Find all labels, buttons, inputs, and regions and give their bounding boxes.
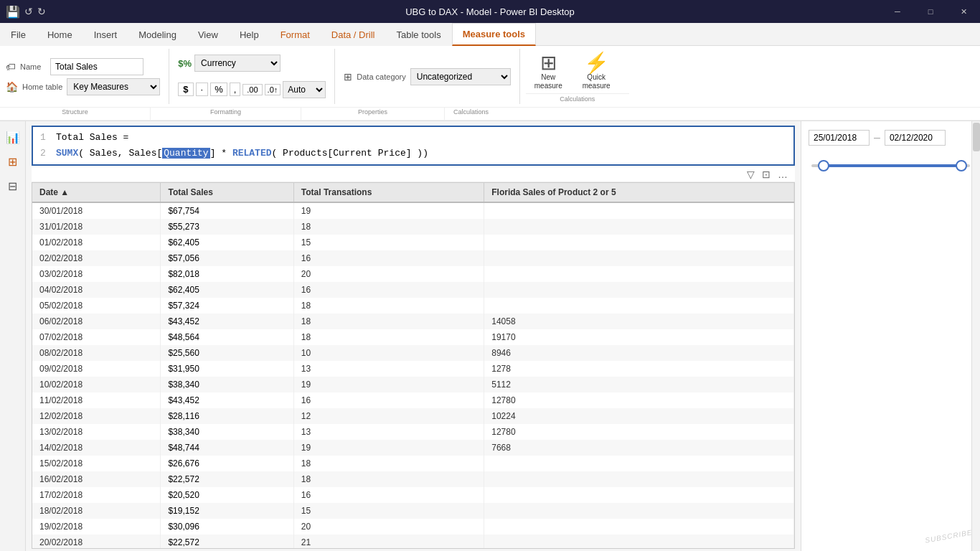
col-header-totalsales[interactable]: Total Sales <box>161 183 293 202</box>
expand-icon[interactable]: ⊡ <box>762 169 771 180</box>
table-row[interactable]: 06/02/2018$43,4521814058 <box>32 314 794 329</box>
tab-help[interactable]: Help <box>229 23 270 46</box>
filter-icon[interactable]: ▽ <box>747 169 755 180</box>
table-row[interactable]: 02/02/2018$57,05616 <box>32 250 794 266</box>
percent-button[interactable]: % <box>210 83 227 96</box>
tab-measuretools[interactable]: Measure tools <box>452 23 536 46</box>
table-row[interactable]: 18/02/2018$19,15215 <box>32 503 794 519</box>
col-header-transactions[interactable]: Total Transations <box>293 183 484 202</box>
close-button[interactable]: ✕ <box>947 0 980 23</box>
table-cell: 5112 <box>484 377 794 392</box>
tab-format[interactable]: Format <box>270 23 321 46</box>
table-row[interactable]: 31/01/2018$55,27318 <box>32 219 794 235</box>
sidebar: 📊 ⊞ ⊟ <box>0 121 26 551</box>
table-cell <box>484 487 794 503</box>
slider-fill <box>819 164 965 167</box>
name-input[interactable] <box>50 58 143 75</box>
table-row[interactable]: 14/02/2018$48,744197668 <box>32 440 794 456</box>
table-cell: 12780 <box>484 424 794 440</box>
table-row[interactable]: 10/02/2018$38,340195112 <box>32 377 794 392</box>
table-row[interactable]: 08/02/2018$25,560108946 <box>32 345 794 361</box>
table-cell: $82,018 <box>161 266 293 282</box>
table-cell: $28,116 <box>161 408 293 424</box>
scrollbar-thumb[interactable] <box>973 123 980 151</box>
table-cell <box>484 235 794 250</box>
table-cell <box>484 534 794 549</box>
table-row[interactable]: 15/02/2018$26,67618 <box>32 456 794 471</box>
table-cell <box>484 282 794 298</box>
data-category-select[interactable]: Uncategorized Address City Country Latit… <box>410 68 511 85</box>
auto-select[interactable]: Auto 0 0.0 0.00 <box>283 81 326 98</box>
table-row[interactable]: 04/02/2018$62,40516 <box>32 282 794 298</box>
tab-modeling[interactable]: Modeling <box>128 23 187 46</box>
table-row[interactable]: 03/02/2018$82,01820 <box>32 266 794 282</box>
sidebar-item-report[interactable]: 📊 <box>3 127 23 147</box>
table-row[interactable]: 16/02/2018$22,57218 <box>32 471 794 487</box>
more-options-icon[interactable]: … <box>778 169 788 180</box>
table-cell: 04/02/2018 <box>32 282 161 298</box>
table-cell: $57,324 <box>161 298 293 314</box>
hash-button[interactable]: .00 <box>242 84 262 95</box>
table-row[interactable]: 05/02/2018$57,32418 <box>32 298 794 314</box>
undo-icon[interactable]: ↺ <box>24 6 33 17</box>
sidebar-item-data[interactable]: ⊞ <box>3 151 23 171</box>
table-cell <box>484 202 794 219</box>
tab-datadrill[interactable]: Data / Drill <box>321 23 386 46</box>
scrollbar-track[interactable] <box>971 121 980 551</box>
table-row[interactable]: 09/02/2018$31,950131278 <box>32 361 794 377</box>
table-row[interactable]: 01/02/2018$62,40515 <box>32 235 794 250</box>
start-date-input[interactable] <box>809 130 870 146</box>
table-row[interactable]: 12/02/2018$28,1161210224 <box>32 408 794 424</box>
tab-insert[interactable]: Insert <box>83 23 128 46</box>
table-row[interactable]: 07/02/2018$48,5641819170 <box>32 329 794 345</box>
increase-decimal-button[interactable]: .0↑ <box>265 84 281 95</box>
table-cell: 06/02/2018 <box>32 314 161 329</box>
table-cell: $43,452 <box>161 314 293 329</box>
table-cell: 05/02/2018 <box>32 298 161 314</box>
tab-view[interactable]: View <box>187 23 229 46</box>
table-row[interactable]: 30/01/2018$67,75419 <box>32 202 794 219</box>
slider-handle-left[interactable] <box>818 160 829 171</box>
table-actions-bar: ▽ ⊡ … <box>32 167 795 182</box>
tab-home[interactable]: Home <box>37 23 83 46</box>
table-row[interactable]: 19/02/2018$30,09620 <box>32 519 794 534</box>
save-icon[interactable]: 💾 <box>6 5 20 19</box>
formula-bar-container: ✕ ✓ 1 Total Sales = 2 SUMX( Sales, Sales… <box>32 126 795 166</box>
redo-icon[interactable]: ↻ <box>37 6 46 17</box>
new-measure-button[interactable]: ⊞ Newmeasure <box>526 50 571 93</box>
formula-line2: 2 SUMX( Sales, Sales[Quantity] * RELATED… <box>40 146 786 161</box>
comma-button[interactable]: , <box>230 83 241 96</box>
table-cell: 03/02/2018 <box>32 266 161 282</box>
col-header-florida[interactable]: Florida Sales of Product 2 or 5 <box>484 183 794 202</box>
table-cell: $48,564 <box>161 329 293 345</box>
table-cell: 19/02/2018 <box>32 519 161 534</box>
window-title: UBG to DAX - Model - Power BI Desktop <box>405 6 575 17</box>
table-cell: 16/02/2018 <box>32 471 161 487</box>
table-cell: $57,056 <box>161 250 293 266</box>
sidebar-item-model[interactable]: ⊟ <box>3 176 23 196</box>
slider-handle-right[interactable] <box>956 160 967 171</box>
tab-tabletools[interactable]: Table tools <box>385 23 451 46</box>
end-date-input[interactable] <box>885 130 946 146</box>
table-row[interactable]: 17/02/2018$20,52016 <box>32 487 794 503</box>
report-icon: 📊 <box>6 131 20 144</box>
table-cell: 14058 <box>484 314 794 329</box>
col-header-date[interactable]: Date ▲ <box>32 183 161 202</box>
new-measure-icon: ⊞ <box>540 53 557 73</box>
maximize-button[interactable]: □ <box>914 0 947 23</box>
quick-measure-button[interactable]: ⚡ Quickmeasure <box>574 50 619 93</box>
subscribe-watermark: SUBSCRIBE <box>925 528 974 544</box>
dollar-sign-button[interactable]: $ <box>178 83 193 96</box>
currency-select[interactable]: Currency Decimal Number Whole Number Per… <box>194 55 281 72</box>
dot-button[interactable]: · <box>196 83 209 96</box>
minimize-button[interactable]: ─ <box>881 0 914 23</box>
table-cell: 02/02/2018 <box>32 250 161 266</box>
table-cell <box>484 471 794 487</box>
tab-file[interactable]: File <box>0 23 37 46</box>
data-table-container[interactable]: Date ▲ Total Sales Total Transations Flo… <box>32 182 795 549</box>
home-table-select[interactable]: Key Measures Sales Products Date <box>67 78 160 95</box>
name-group: 🏷 Name 🏠 Home table Key Measures Sales P… <box>6 49 169 104</box>
table-row[interactable]: 11/02/2018$43,4521612780 <box>32 392 794 408</box>
table-row[interactable]: 13/02/2018$38,3401312780 <box>32 424 794 440</box>
table-row[interactable]: 20/02/2018$22,57221 <box>32 534 794 549</box>
